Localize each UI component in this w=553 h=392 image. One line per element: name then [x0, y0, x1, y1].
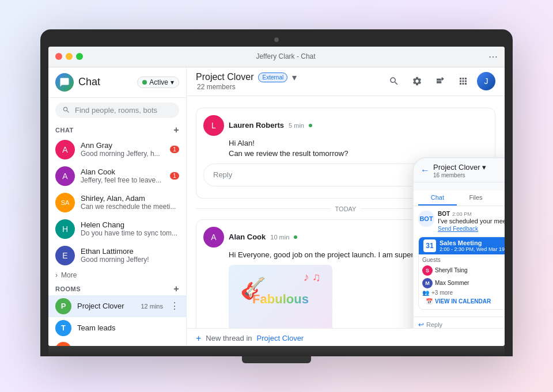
window-menu-icon[interactable]: ⋯ [488, 51, 498, 62]
search-icon [62, 106, 70, 114]
phone-tab-chat[interactable]: Chat [418, 191, 457, 205]
laptop-screen: Jeffery Clark - Chat ⋯ Chat [48, 47, 505, 346]
search-button[interactable] [385, 72, 403, 90]
view-calendar-button[interactable]: 📅 VIEW IN CALENDAR [422, 296, 505, 307]
phone-reply-icon: ↩ [418, 321, 424, 328]
status-dot [142, 80, 147, 85]
guest-item-max: M Max Sommer [422, 277, 505, 290]
guest-item-sheryll: S Sheryll Tsing [422, 264, 505, 277]
more-guests-count: +3 more [431, 290, 453, 296]
phone-calendar-card: 31 Sales Meeting 2:00 - 2:30 PM, Wed Mar… [418, 237, 505, 310]
bot-name: BOT [438, 211, 450, 217]
video-button[interactable] [431, 72, 449, 90]
guest-name-max: Max Sommer [435, 280, 469, 286]
phone-tabs: Chat Files Tasks [414, 191, 505, 206]
date-divider-text: TODAY [335, 205, 357, 212]
guests-label: Guests [422, 257, 505, 263]
chat-item-ethan[interactable]: E Ethan Lattimore Good morning Jeffery! [48, 242, 186, 269]
new-thread-label: New thread in [206, 334, 252, 342]
sidebar: Chat Active ▾ Find people, rooms, bots [48, 67, 187, 346]
phone-bot-message: BOT BOT 2:00 PM I've scheduled your meet… [418, 211, 505, 231]
room-name-marketing: Marketing updates [77, 345, 179, 346]
close-button[interactable] [55, 53, 62, 60]
cal-event-time: 2:00 - 2:30 PM, Wed Mar 19 [440, 246, 505, 252]
bot-time: 2:00 PM [452, 211, 472, 217]
room-icon-team-leads: T [55, 320, 71, 336]
room-name-project-clover: Project Clover [77, 302, 135, 310]
new-thread-room-name: Project Clover [257, 334, 304, 342]
guest-avatar-sheryll: S [422, 265, 433, 276]
room-time-project-clover: 12 mins [141, 303, 163, 310]
chat-name-ethan: Ethan Lattimore [81, 247, 179, 256]
phone-back-icon[interactable]: ← [421, 165, 430, 176]
chat-logo [55, 73, 74, 92]
room-team-leads[interactable]: T Team leads [48, 317, 186, 339]
room-marketing[interactable]: M Marketing updates [48, 339, 186, 346]
header-actions: J [385, 72, 495, 90]
msg-name-lauren: Lauren Roberts [229, 121, 284, 130]
room-chevron[interactable]: ▾ [292, 72, 297, 83]
add-room-icon[interactable]: + [173, 284, 179, 294]
unread-badge-alan-cook: 1 [170, 172, 179, 180]
chat-item-group[interactable]: SA Shirley, Alan, Adam Can we reschedule… [48, 189, 186, 216]
more-label: More [61, 271, 77, 279]
phone-members: 16 members [433, 172, 486, 178]
chat-section-label: CHAT [55, 127, 74, 134]
user-avatar[interactable]: J [477, 72, 495, 90]
app-name: Chat [78, 76, 100, 88]
bot-text: I've scheduled your meeting. [438, 217, 505, 225]
settings-button[interactable] [408, 72, 426, 90]
sidebar-header: Chat Active ▾ [48, 67, 186, 98]
window-chrome: Jeffery Clark - Chat ⋯ [48, 47, 505, 67]
phone-title: Project Clover ▾ [433, 163, 486, 172]
message-header-lauren: L Lauren Roberts 5 min [203, 115, 488, 136]
header-left: Project Clover External ▾ 22 members [196, 72, 297, 91]
search-bar[interactable]: Find people, rooms, bots [55, 102, 179, 118]
bot-link[interactable]: Send Feedback [438, 226, 505, 232]
chevron-down-icon: › [55, 271, 58, 279]
external-badge: External [258, 73, 287, 82]
chat-preview-helen-chang: Do you have time to sync tom... [81, 229, 179, 237]
room-project-clover[interactable]: P Project Clover 12 mins ⋮ [48, 295, 186, 317]
status-badge[interactable]: Active ▾ [137, 77, 179, 88]
chat-item-ann-gray[interactable]: A Ann Gray Good morning Jeffery, h... 1 [48, 136, 186, 163]
chat-name-ann-gray: Ann Gray [81, 141, 164, 150]
phone-reply-bar[interactable]: ↩ Reply [414, 317, 505, 328]
guest-name-sheryll: Sheryll Tsing [435, 267, 468, 273]
main-content: Project Clover External ▾ 22 members [187, 67, 505, 346]
chat-item-helen-chang[interactable]: H Helen Chang Do you have time to sync t… [48, 216, 186, 242]
room-icon-project-clover: P [55, 298, 71, 314]
room-title: Project Clover [196, 72, 253, 82]
music-notes-icon: ♪ ♫ [303, 271, 321, 284]
phone-overlay: ← Project Clover ▾ 16 members 🔍 ⋮ ▪ [412, 157, 505, 328]
phone-tab-tasks[interactable]: Tasks [495, 191, 505, 205]
chat-name-helen-chang: Helen Chang [81, 220, 179, 229]
minimize-button[interactable] [66, 53, 73, 60]
chat-more-item[interactable]: › More [48, 269, 186, 281]
phone-cal-header: 31 Sales Meeting 2:00 - 2:30 PM, Wed Mar… [419, 237, 505, 254]
thread-area: L Lauren Roberts 5 min Hi Alan!Can we re… [187, 96, 505, 328]
maximize-button[interactable] [76, 53, 83, 60]
phone-signal-bar: ▪▪▪ WiFi 🔋 [414, 182, 505, 191]
room-name-team-leads: Team leads [77, 324, 179, 332]
chat-item-alan-cook[interactable]: A Alan Cook Jeffery, feel free to leave.… [48, 163, 186, 189]
phone-bot-avatar: BOT [418, 211, 434, 227]
new-thread-plus-icon: + [196, 333, 201, 344]
guests-section: Guests S Sheryll Tsing M Max Sommer [419, 254, 505, 309]
room-menu-icon[interactable]: ⋮ [170, 300, 179, 311]
msg-avatar-alan: A [203, 227, 224, 248]
rooms-section-header: ROOMS + [48, 281, 186, 295]
laptop-camera [274, 37, 279, 42]
add-chat-icon[interactable]: + [173, 125, 179, 135]
msg-avatar-lauren: L [203, 115, 224, 136]
main-header: Project Clover External ▾ 22 members [187, 67, 505, 96]
phone-tab-files[interactable]: Files [457, 191, 495, 205]
laptop-stand [242, 356, 311, 363]
msg-name-alan: Alan Cook [229, 233, 266, 241]
phone-content: BOT BOT 2:00 PM I've scheduled your meet… [414, 206, 505, 316]
chat-preview-group: Can we reschedule the meeti... [81, 203, 179, 211]
gif-container: 🎸 ♪ ♫ Fabulous [229, 265, 332, 328]
phone-status-bar: ← Project Clover ▾ 16 members 🔍 ⋮ [414, 158, 505, 182]
msg-time-alan: 10 min [270, 234, 289, 241]
apps-button[interactable] [454, 72, 472, 90]
